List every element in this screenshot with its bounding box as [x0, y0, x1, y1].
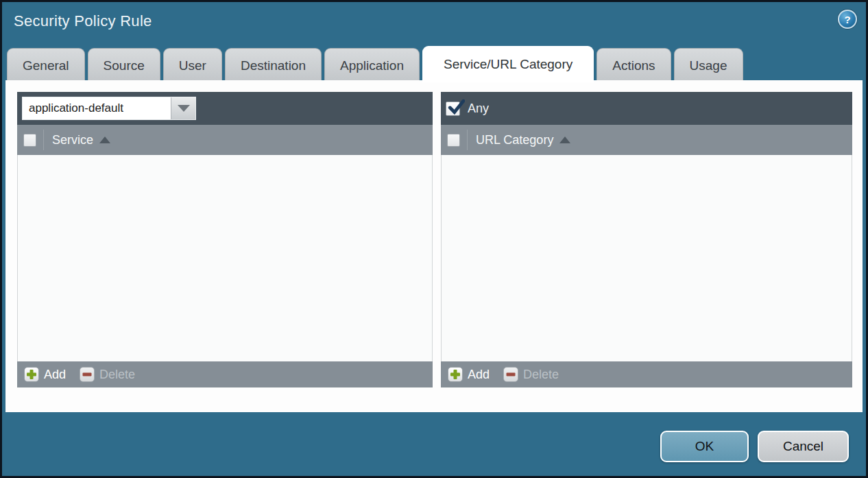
tab-content-area: Service Add Delete	[5, 80, 863, 412]
tab-service-url-category[interactable]: Service/URL Category	[422, 46, 594, 82]
tab-usage[interactable]: Usage	[674, 48, 743, 82]
sort-ascending-icon	[559, 136, 570, 143]
url-category-toolbar: Add Delete	[441, 361, 852, 387]
ok-button[interactable]: OK	[660, 431, 749, 462]
service-panel: Service Add Delete	[17, 92, 433, 387]
tab-application[interactable]: Application	[324, 48, 420, 82]
service-type-input[interactable]	[23, 97, 171, 119]
url-category-panel-header: Any	[441, 92, 852, 125]
service-select-all-checkbox[interactable]	[23, 134, 36, 147]
chevron-down-icon	[178, 105, 190, 112]
service-add-button[interactable]: Add	[24, 367, 66, 382]
checkmark-icon	[447, 99, 465, 117]
service-type-combobox	[22, 97, 196, 120]
column-divider	[467, 130, 468, 150]
add-icon	[448, 367, 463, 382]
service-delete-button[interactable]: Delete	[80, 367, 135, 382]
service-panel-header	[17, 92, 433, 125]
dialog-title: Security Policy Rule	[14, 12, 152, 30]
add-icon	[24, 367, 39, 382]
delete-icon	[503, 367, 518, 382]
help-icon[interactable]: ?	[838, 10, 857, 29]
any-checkbox[interactable]	[446, 101, 460, 116]
tab-user[interactable]: User	[163, 48, 222, 82]
tab-source[interactable]: Source	[88, 48, 160, 82]
service-toolbar: Add Delete	[17, 361, 433, 387]
column-divider	[43, 130, 44, 150]
cancel-button[interactable]: Cancel	[758, 431, 849, 462]
tab-bar: General Source User Destination Applicat…	[7, 46, 743, 82]
url-category-panel: Any URL Category Add Delete	[441, 92, 852, 387]
tab-actions[interactable]: Actions	[596, 48, 671, 82]
any-checkbox-label: Any	[468, 101, 489, 116]
help-glyph: ?	[844, 14, 850, 25]
delete-icon	[80, 367, 95, 382]
service-type-dropdown-button[interactable]	[171, 97, 195, 119]
url-category-select-all-checkbox[interactable]	[447, 134, 460, 147]
service-column-header[interactable]: Service	[17, 125, 433, 155]
tab-destination[interactable]: Destination	[225, 48, 322, 82]
url-category-column-header[interactable]: URL Category	[441, 125, 852, 155]
url-category-table-body[interactable]	[441, 155, 852, 361]
security-policy-rule-dialog: Security Policy Rule ? General Source Us…	[0, 0, 868, 478]
tab-general[interactable]: General	[7, 48, 85, 82]
url-category-column-label: URL Category	[476, 133, 553, 147]
url-category-add-button[interactable]: Add	[448, 367, 490, 382]
service-column-label: Service	[52, 133, 93, 147]
url-category-delete-button[interactable]: Delete	[503, 367, 559, 382]
service-table-body[interactable]	[17, 155, 433, 361]
sort-ascending-icon	[99, 136, 110, 143]
